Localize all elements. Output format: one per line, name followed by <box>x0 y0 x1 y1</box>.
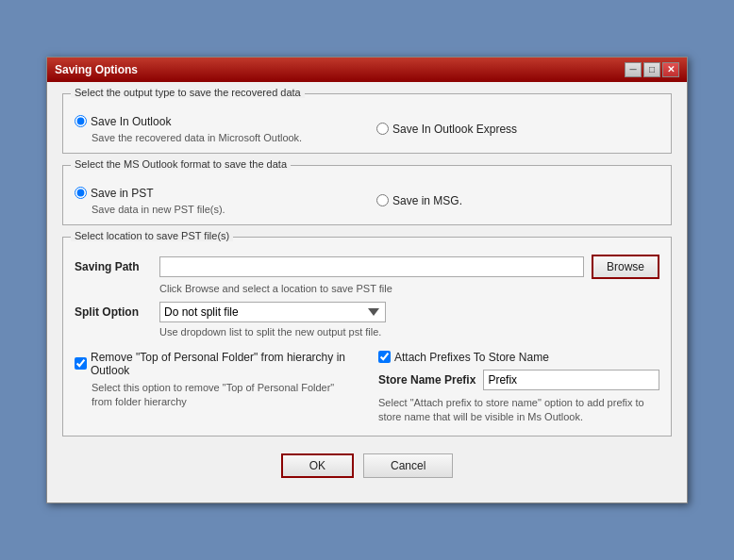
save-msg-label: Save in MSG. <box>392 194 462 207</box>
save-outlook-express-row: Save In Outlook Express <box>376 123 517 136</box>
location-group: Select location to save PST file(s) Savi… <box>62 237 672 437</box>
bottom-section: Remove "Top of Personal Folder" from hie… <box>75 343 659 425</box>
dialog-body: Select the output type to save the recov… <box>47 82 687 503</box>
remove-folder-label: Remove "Top of Personal Folder" from hie… <box>91 351 356 377</box>
location-group-title: Select location to save PST file(s) <box>71 230 233 241</box>
saving-path-input[interactable] <box>159 256 584 277</box>
remove-folder-checkbox[interactable] <box>75 357 87 370</box>
remove-folder-desc: Select this option to remove "Top of Per… <box>92 381 356 410</box>
dialog-footer: OK Cancel <box>62 446 672 491</box>
title-bar-buttons: ─ □ ✕ <box>625 62 679 77</box>
browse-button[interactable]: Browse <box>592 255 659 279</box>
format-right: Save in MSG. <box>358 179 659 215</box>
output-type-right: Save In Outlook Express <box>358 107 659 143</box>
store-name-row: Store Name Prefix <box>378 370 659 390</box>
save-outlook-radio[interactable] <box>75 115 87 127</box>
split-option-hint: Use dropdown list to split the new outpu… <box>159 326 659 338</box>
save-pst-desc: Save data in new PST file(s). <box>92 204 358 215</box>
save-outlook-express-radio[interactable] <box>376 123 389 135</box>
save-pst-label: Save in PST <box>91 187 154 200</box>
saving-options-dialog: Saving Options ─ □ ✕ Select the output t… <box>46 57 688 504</box>
minimize-button[interactable]: ─ <box>625 62 642 77</box>
save-pst-row: Save in PST <box>75 187 358 200</box>
outlook-format-group: Select the MS Outlook format to save the… <box>62 165 672 225</box>
save-pst-radio[interactable] <box>75 187 87 199</box>
ok-button[interactable]: OK <box>281 453 354 478</box>
cancel-button[interactable]: Cancel <box>363 453 453 478</box>
attach-prefix-row: Attach Prefixes To Store Name <box>378 351 659 364</box>
save-msg-row: Save in MSG. <box>376 194 462 207</box>
save-outlook-desc: Save the recovered data in Microsoft Out… <box>92 132 358 143</box>
save-outlook-row: Save In Outlook <box>75 115 358 128</box>
store-name-input[interactable] <box>483 370 659 390</box>
close-button[interactable]: ✕ <box>662 62 679 77</box>
split-option-select[interactable]: Do not split file Split by 1 GB Split by… <box>159 302 386 322</box>
output-type-title: Select the output type to save the recov… <box>71 87 305 98</box>
store-name-label: Store Name Prefix <box>378 373 475 387</box>
attach-prefix-section: Attach Prefixes To Store Name Store Name… <box>371 343 659 425</box>
remove-folder-row: Remove "Top of Personal Folder" from hie… <box>75 351 356 377</box>
maximize-button[interactable]: □ <box>643 62 660 77</box>
format-left: Save in PST Save data in new PST file(s)… <box>75 179 358 215</box>
split-option-label: Split Option <box>75 305 159 319</box>
save-msg-radio[interactable] <box>376 194 389 206</box>
save-outlook-label: Save In Outlook <box>91 115 171 128</box>
saving-path-label: Saving Path <box>75 260 159 273</box>
attach-prefix-label: Attach Prefixes To Store Name <box>394 351 549 364</box>
saving-path-row: Saving Path Browse <box>75 255 659 279</box>
title-bar: Saving Options ─ □ ✕ <box>47 58 687 82</box>
remove-folder-section: Remove "Top of Personal Folder" from hie… <box>75 343 356 425</box>
store-name-desc: Select "Attach prefix to store name" opt… <box>378 396 659 425</box>
outlook-format-title: Select the MS Outlook format to save the… <box>71 158 291 170</box>
dialog-title: Saving Options <box>55 63 138 76</box>
browse-hint: Click Browse and select a location to sa… <box>159 283 659 294</box>
save-outlook-express-label: Save In Outlook Express <box>392 123 517 136</box>
output-type-group: Select the output type to save the recov… <box>62 93 672 154</box>
attach-prefix-checkbox[interactable] <box>378 351 391 363</box>
output-type-left: Save In Outlook Save the recovered data … <box>75 107 358 143</box>
split-option-row: Split Option Do not split file Split by … <box>75 302 659 322</box>
